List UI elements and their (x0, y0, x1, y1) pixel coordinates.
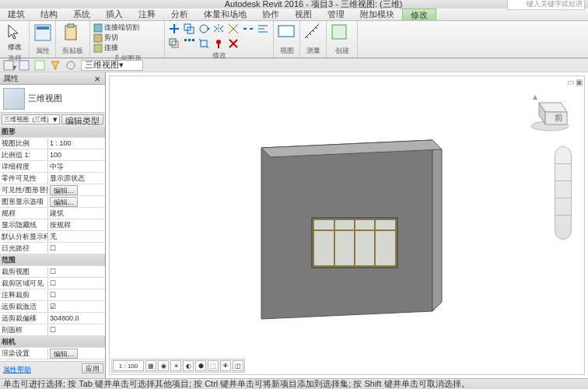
cut-geom-icon[interactable] (93, 33, 103, 43)
view-combo[interactable]: 三维视图▾ (81, 60, 143, 71)
measure-icon[interactable] (303, 23, 322, 41)
move-icon[interactable] (168, 23, 180, 35)
section-header[interactable]: 范围 (0, 254, 105, 266)
modify-button[interactable]: 修改 (3, 23, 26, 53)
edit-type-button[interactable]: 编辑类型 (61, 114, 103, 124)
array-icon[interactable] (183, 37, 195, 50)
steering-wheel-icon[interactable] (555, 147, 571, 164)
zoom-icon[interactable] (555, 181, 571, 198)
property-row[interactable]: 规程建筑 (0, 208, 105, 219)
property-row[interactable]: 远剪裁激活☑ (0, 301, 105, 313)
view-cube[interactable]: 前 (528, 89, 572, 132)
tab-manage[interactable]: 管理 (320, 9, 352, 20)
edit-button[interactable]: 编辑... (50, 197, 78, 207)
type-selector[interactable]: 三维视图 (0, 85, 105, 113)
tab-analyze[interactable]: 分析 (163, 9, 196, 20)
qat-hide-icon[interactable] (65, 60, 76, 71)
join-icon[interactable] (93, 44, 103, 53)
property-row[interactable]: 图形显示选项编辑... (0, 196, 105, 208)
tab-view[interactable]: 视图 (287, 9, 320, 20)
pan-icon[interactable] (555, 164, 571, 181)
create-icon[interactable] (330, 23, 348, 41)
tab-structure[interactable]: 结构 (33, 9, 65, 20)
property-row[interactable]: 可见性/图形替换编辑... (0, 184, 105, 196)
properties-help-link[interactable]: 属性帮助 (2, 363, 33, 377)
visual-style-icon[interactable]: ◉ (158, 360, 169, 371)
align-icon[interactable] (257, 23, 269, 35)
navigation-bar[interactable] (555, 146, 572, 240)
minimize-icon[interactable]: ▭ (567, 78, 574, 86)
property-value[interactable]: ☐ (48, 291, 105, 299)
split-icon[interactable] (242, 23, 254, 35)
cope-icon[interactable] (93, 23, 103, 33)
tab-systems[interactable]: 系统 (65, 9, 98, 20)
reveal-hidden-icon[interactable]: ◫ (233, 360, 243, 371)
property-row[interactable]: 零件可见性显示原状态 (0, 173, 105, 184)
mirror-icon[interactable] (212, 23, 225, 35)
home-icon[interactable] (533, 95, 537, 100)
shadows-icon[interactable]: ◐ (183, 360, 194, 371)
crop-icon[interactable]: ⬚ (208, 360, 219, 371)
rendering-icon[interactable]: ⬢ (195, 360, 206, 371)
scale-control[interactable]: 1 : 100 (113, 360, 144, 371)
qat-home-icon[interactable] (3, 60, 14, 71)
tab-modify[interactable]: 修改 (402, 9, 436, 20)
view-icon[interactable] (277, 23, 296, 41)
trim-icon[interactable] (227, 23, 240, 35)
property-row[interactable]: 默认分析显示样式无 (0, 231, 105, 243)
property-row[interactable]: 视图比例1 : 100 (0, 138, 105, 149)
property-value[interactable]: 中等 (48, 162, 105, 172)
pin-icon[interactable] (212, 37, 225, 50)
property-row[interactable]: 注释裁剪☐ (0, 289, 105, 301)
property-row[interactable]: 比例值 1:100 (0, 149, 105, 161)
property-row[interactable]: 裁剪区域可见☐ (0, 278, 105, 289)
detail-level-icon[interactable]: ▦ (145, 360, 156, 371)
property-value[interactable]: 编辑... (48, 197, 105, 207)
cope-label[interactable]: 连接端切割 (104, 23, 139, 33)
property-value[interactable]: ☑ (48, 303, 105, 310)
tab-collaborate[interactable]: 协作 (254, 9, 287, 20)
rotate-icon[interactable] (198, 23, 210, 35)
window-element[interactable] (313, 219, 396, 266)
search-input[interactable]: 键入关键字或短语 (507, 0, 585, 10)
property-row[interactable]: 裁剪视图☐ (0, 266, 105, 278)
properties-button[interactable] (33, 23, 52, 43)
close-icon[interactable]: ✕ (94, 75, 102, 82)
wall-model[interactable] (238, 117, 456, 335)
property-value[interactable]: 编辑... (48, 185, 105, 195)
maximize-icon[interactable]: ▣ (576, 78, 583, 86)
tab-architecture[interactable]: 建筑 (0, 9, 33, 20)
viewport-3d[interactable]: 前 1 : 100 ▦ ◉ ☀ ◐ ⬢ ⬚ 👁 ◫ (106, 72, 588, 378)
property-row[interactable]: 远剪裁偏移304800.0 (0, 313, 105, 324)
hide-isolate-icon[interactable]: 👁 (220, 360, 231, 371)
tab-addins[interactable]: 附加模块 (352, 9, 402, 20)
paste-button[interactable] (59, 23, 82, 43)
property-value[interactable]: 编辑... (48, 349, 105, 359)
sun-path-icon[interactable]: ☀ (170, 360, 181, 371)
property-value[interactable]: 显示原状态 (48, 173, 105, 184)
copy-icon[interactable] (183, 23, 195, 35)
tab-annotate[interactable]: 注释 (131, 9, 163, 20)
property-row[interactable]: 详细程度中等 (0, 161, 105, 173)
qat-3d-icon[interactable] (34, 60, 45, 71)
property-value[interactable]: ☐ (48, 244, 105, 252)
property-value[interactable]: ☐ (48, 326, 105, 334)
orbit-icon[interactable] (555, 198, 571, 216)
property-row[interactable]: 日光路径☐ (0, 243, 105, 254)
apply-button[interactable]: 应用 (82, 363, 103, 373)
edit-button[interactable]: 编辑... (50, 185, 78, 195)
property-value[interactable]: ☐ (48, 268, 105, 275)
property-value[interactable]: 无 (48, 232, 105, 242)
property-value[interactable]: 304800.0 (48, 314, 105, 322)
offset-icon[interactable] (168, 37, 180, 50)
property-row[interactable]: 显示隐藏线按规程 (0, 219, 105, 231)
property-value[interactable]: 100 (48, 151, 105, 159)
scale-icon[interactable] (198, 37, 210, 50)
property-value[interactable]: ☐ (48, 279, 105, 287)
join-label[interactable]: 连接 (104, 43, 118, 53)
family-combo[interactable]: 三维视图: (三维)▾ (2, 114, 60, 124)
section-header[interactable]: 相机 (0, 336, 105, 348)
property-value[interactable]: 按规程 (48, 220, 105, 230)
property-value[interactable]: 1 : 100 (48, 139, 105, 147)
qat-section-icon[interactable] (19, 60, 30, 71)
